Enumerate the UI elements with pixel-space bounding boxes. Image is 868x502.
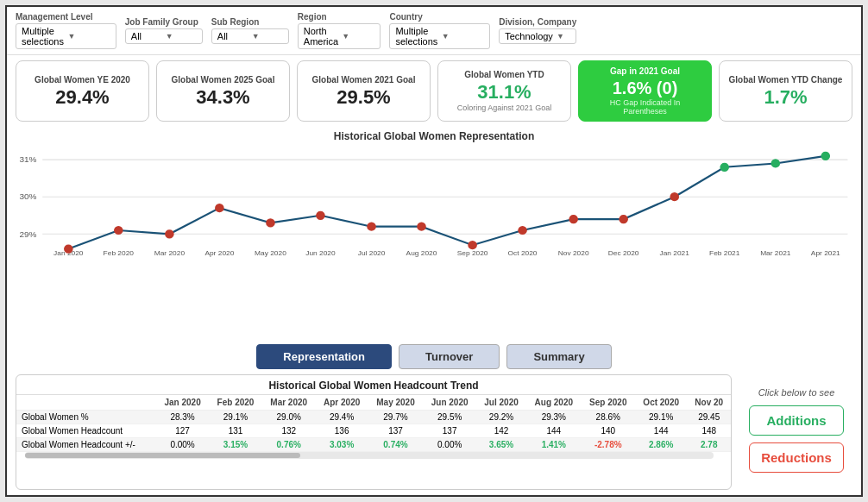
table-cell: -2.78%	[582, 438, 635, 452]
filter-region-label: Region	[298, 12, 381, 22]
table-cell: 29.2%	[476, 411, 526, 424]
table-cell: 1.41%	[526, 438, 582, 452]
table-cell: 127	[156, 424, 209, 438]
col-header-jun2020: Jun 2020	[423, 395, 476, 411]
chart-title: Historical Global Women Representation	[16, 130, 852, 142]
line-chart: 31% 30% 29% Jan 2020 Feb 2020 Mar 2020 A…	[16, 146, 852, 267]
table-cell: 0.76%	[262, 438, 316, 452]
svg-point-23	[115, 227, 123, 235]
svg-text:May 2020: May 2020	[255, 249, 286, 257]
table-cell: 29.5%	[423, 411, 476, 424]
kpi-row: Global Women YE 2020 29.4% Global Women …	[7, 55, 861, 127]
table-cell: 29.7%	[368, 411, 424, 424]
chevron-down-icon: ▼	[442, 32, 484, 41]
table-cell: 29.1%	[635, 411, 687, 424]
svg-text:30%: 30%	[19, 192, 36, 202]
svg-point-32	[569, 216, 577, 223]
tab-summary[interactable]: Summary	[506, 344, 611, 369]
kpi-global-women-2025-goal: Global Women 2025 Goal 34.3%	[156, 60, 290, 122]
col-header-may2020: May 2020	[368, 395, 424, 411]
additions-button[interactable]: Additions	[749, 405, 844, 436]
filter-region-select[interactable]: North America ▼	[298, 23, 381, 49]
svg-text:Aug 2020: Aug 2020	[406, 249, 437, 257]
filter-sub-region-select[interactable]: All ▼	[211, 28, 289, 44]
svg-text:Dec 2020: Dec 2020	[608, 249, 639, 257]
chart-container: 31% 30% 29% Jan 2020 Feb 2020 Mar 2020 A…	[16, 146, 852, 267]
table-cell: 137	[423, 424, 476, 438]
svg-text:Jan 2021: Jan 2021	[660, 249, 690, 257]
click-below-text: Click below to see	[758, 386, 835, 398]
scrollbar[interactable]	[25, 452, 714, 459]
global-women-headcount-row: Global Women Headcount	[16, 424, 156, 438]
filter-division-company-label: Division, Company	[499, 17, 576, 27]
svg-text:31%: 31%	[19, 155, 36, 165]
svg-point-33	[620, 216, 627, 223]
global-women-headcount-change-row: Global Women Headcount +/-	[16, 438, 156, 452]
col-header-nov20: Nov 20	[687, 395, 731, 411]
chart-section: Historical Global Women Representation 3…	[7, 127, 861, 339]
table-row: Global Women Headcount127131132136137137…	[16, 424, 731, 438]
scrollbar-thumb	[25, 453, 300, 458]
col-header-apr2020: Apr 2020	[316, 395, 368, 411]
table-cell: 3.03%	[316, 438, 368, 452]
kpi-global-women-ye2020: Global Women YE 2020 29.4%	[16, 60, 149, 122]
table-cell: 29.4%	[316, 411, 368, 424]
svg-text:Sep 2020: Sep 2020	[457, 249, 488, 257]
col-header-aug2020: Aug 2020	[526, 395, 582, 411]
table-row: Global Women Headcount +/-0.00%3.15%0.76…	[16, 438, 731, 452]
svg-text:Mar 2021: Mar 2021	[760, 249, 791, 257]
kpi-global-women-ytd-change: Global Women YTD Change 1.7%	[719, 60, 852, 122]
svg-point-34	[670, 193, 678, 201]
filter-region: Region North America ▼	[298, 12, 381, 49]
reductions-button[interactable]: Reductions	[749, 442, 844, 473]
table-body: Global Women %28.3%29.1%29.0%29.4%29.7%2…	[16, 411, 731, 452]
table-cell: 144	[526, 424, 582, 438]
table-header-row: Jan 2020 Feb 2020 Mar 2020 Apr 2020 May …	[16, 395, 731, 411]
table-cell: 29.0%	[262, 411, 316, 424]
chevron-down-icon: ▼	[252, 32, 283, 41]
table-row: Global Women %28.3%29.1%29.0%29.4%29.7%2…	[16, 411, 731, 424]
svg-point-27	[317, 211, 324, 219]
filter-job-family-group-select[interactable]: All ▼	[125, 28, 203, 44]
chevron-down-icon: ▼	[557, 32, 570, 41]
svg-point-35	[720, 163, 728, 171]
svg-text:29%: 29%	[19, 229, 36, 239]
filter-sub-region: Sub Region All ▼	[211, 17, 289, 44]
table-cell: 0.00%	[423, 438, 476, 452]
table-cell: 137	[368, 424, 424, 438]
col-header-oct2020: Oct 2020	[635, 395, 687, 411]
table-cell: 0.74%	[368, 438, 424, 452]
table-title: Historical Global Women Headcount Trend	[16, 375, 731, 395]
filter-management-level-select[interactable]: Multiple selections ▼	[16, 23, 116, 49]
table-cell: 148	[687, 424, 731, 438]
svg-point-24	[166, 230, 173, 238]
filter-country-select[interactable]: Multiple selections ▼	[389, 23, 490, 49]
chevron-down-icon: ▼	[67, 32, 110, 41]
svg-point-30	[469, 242, 476, 249]
tab-turnover[interactable]: Turnover	[399, 344, 500, 369]
kpi-gap-2021-goal: Gap in 2021 Goal 1.6% (0) HC Gap Indicat…	[578, 60, 712, 122]
table-cell: 132	[262, 424, 316, 438]
svg-point-22	[65, 245, 72, 253]
filter-sub-region-label: Sub Region	[211, 17, 289, 27]
headcount-table: Jan 2020 Feb 2020 Mar 2020 Apr 2020 May …	[16, 395, 731, 452]
filter-division-company-select[interactable]: Technology ▼	[499, 28, 576, 44]
svg-text:Apr 2021: Apr 2021	[811, 249, 840, 257]
table-cell: 3.15%	[209, 438, 262, 452]
table-cell: 3.65%	[476, 438, 526, 452]
table-panel: Historical Global Women Headcount Trend …	[16, 374, 732, 490]
svg-point-36	[771, 160, 779, 167]
svg-text:Feb 2021: Feb 2021	[709, 249, 740, 257]
svg-point-26	[267, 219, 274, 227]
svg-text:Oct 2020: Oct 2020	[508, 249, 538, 257]
tab-representation[interactable]: Representation	[256, 344, 392, 369]
chevron-down-icon: ▼	[166, 32, 197, 41]
svg-point-25	[216, 204, 223, 212]
svg-text:Jul 2020: Jul 2020	[358, 249, 386, 257]
table-cell: 28.3%	[156, 411, 209, 424]
filter-country-label: Country	[389, 12, 490, 22]
side-panel: Click below to see Additions Reductions	[740, 374, 852, 490]
tabs-row: Representation Turnover Summary	[7, 339, 861, 374]
filter-job-family-group-label: Job Family Group	[125, 17, 203, 27]
svg-text:Nov 2020: Nov 2020	[558, 249, 589, 257]
